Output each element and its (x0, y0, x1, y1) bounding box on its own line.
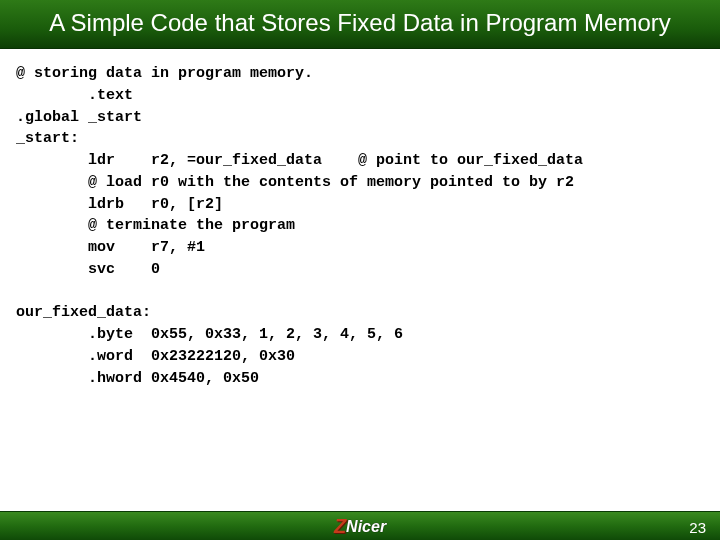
footer-bar: ZNicer 23 (0, 511, 720, 540)
slide-title: A Simple Code that Stores Fixed Data in … (0, 0, 720, 49)
logo: ZNicer (334, 515, 386, 538)
logo-z: Z (334, 515, 346, 537)
code-listing: @ storing data in program memory. .text … (0, 49, 720, 389)
page-number: 23 (689, 519, 706, 536)
logo-nicer: Nicer (346, 518, 386, 535)
